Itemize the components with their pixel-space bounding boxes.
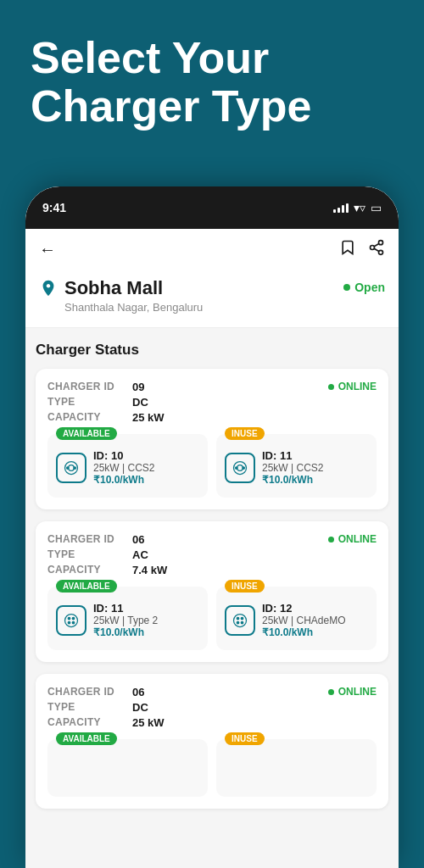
connector-card-2b[interactable]: INUSE ID: 12 25kW | CHAdeMO ₹10.0/kWh	[216, 587, 377, 650]
battery-icon: ▭	[371, 201, 382, 214]
svg-point-20	[241, 617, 243, 620]
type-label-3: TYPE	[47, 701, 132, 714]
capacity-label-3: CAPACITY	[47, 716, 132, 729]
charger-id-value-1: 09	[132, 381, 165, 393]
open-dot	[343, 284, 350, 291]
phone-frame: 9:41 ▾▿ ▭ ←	[25, 186, 399, 868]
connectors-row-3: AVAILABLE INUSE	[47, 739, 377, 797]
main-content: Charger Status CHARGER ID 09 TYPE DC CAP…	[25, 328, 399, 834]
connector-card-1a[interactable]: AVAILABLE ID: 10 25kW | CCS2 ₹10.0/kWh	[47, 434, 208, 498]
location-text: Sobha Mall Shanthala Nagar, Bengaluru	[64, 277, 203, 314]
connectors-row-1: AVAILABLE ID: 10 25kW | CCS2 ₹10.0/kWh	[47, 434, 377, 498]
connectors-row-2: AVAILABLE ID: 11 25kW | Type 2 ₹10.0/kWh	[47, 587, 377, 650]
connector-text-1b: ID: 11 25kW | CCS2 ₹10.0/kWh	[262, 449, 323, 486]
online-label-1: ONLINE	[338, 381, 377, 392]
online-dot-1	[328, 384, 334, 390]
svg-point-18	[234, 614, 247, 626]
online-badge-3: ONLINE	[328, 686, 377, 698]
svg-point-15	[72, 617, 75, 620]
online-badge-2: ONLINE	[328, 533, 377, 545]
connector-text-2a: ID: 11 25kW | Type 2 ₹10.0/kWh	[93, 602, 158, 638]
connector-card-1b[interactable]: INUSE ID: 11 25kW | CCS2 ₹10.0/kWh	[216, 434, 377, 498]
charger-id-value-2: 06	[132, 533, 167, 546]
wifi-icon: ▾▿	[354, 201, 365, 214]
share-button[interactable]	[368, 239, 385, 260]
hero-title: Select Your Charger Type	[31, 34, 393, 131]
svg-line-3	[374, 248, 379, 251]
svg-point-22	[241, 621, 243, 624]
connector-text-1a: ID: 10 25kW | CCS2 ₹10.0/kWh	[93, 449, 154, 486]
charger-info-row-2: CHARGER ID 06 TYPE AC CAPACITY 7.4 kW ON…	[47, 533, 377, 576]
type-value-2: AC	[132, 548, 167, 561]
connector-icon-1b	[225, 453, 255, 483]
status-pill-available-3a: AVAILABLE	[56, 732, 117, 745]
svg-point-13	[65, 614, 78, 626]
capacity-value-3: 25 kW	[132, 716, 165, 729]
bookmark-button[interactable]	[339, 239, 356, 260]
connector-icon-2b	[225, 605, 255, 636]
connector-price-2a: ₹10.0/kWh	[93, 626, 158, 638]
connector-spec-1b: 25kW | CCS2	[262, 462, 323, 474]
nav-actions	[339, 239, 385, 260]
charger-info-table-1: CHARGER ID 09 TYPE DC CAPACITY 25 kW	[47, 381, 165, 424]
status-pill-inuse-2b: INUSE	[225, 580, 265, 593]
capacity-label-1: CAPACITY	[47, 411, 132, 424]
connector-partial-3b	[225, 754, 368, 788]
type-value-3: DC	[132, 701, 165, 714]
app-content: ← Sobha Mall Shanthala Nagar, Bengaluru	[25, 229, 399, 868]
location-header: Sobha Mall Shanthala Nagar, Bengaluru Op…	[25, 270, 399, 328]
online-dot-2	[328, 537, 334, 542]
connector-card-3a[interactable]: AVAILABLE	[47, 739, 208, 797]
nav-bar: ←	[25, 229, 399, 270]
connector-price-1b: ₹10.0/kWh	[262, 474, 323, 486]
connector-card-2a[interactable]: AVAILABLE ID: 11 25kW | Type 2 ₹10.0/kWh	[47, 587, 208, 650]
svg-point-16	[68, 621, 70, 624]
capacity-value-2: 7.4 kW	[132, 564, 167, 576]
connector-price-1a: ₹10.0/kWh	[93, 474, 154, 486]
charger-group-3: CHARGER ID 06 TYPE DC CAPACITY 25 kW ONL…	[36, 674, 388, 809]
svg-point-7	[67, 466, 70, 469]
online-dot-3	[328, 689, 334, 695]
online-label-3: ONLINE	[338, 686, 377, 698]
connector-header-2b: ID: 12 25kW | CHAdeMO ₹10.0/kWh	[225, 602, 368, 638]
connector-spec-2b: 25kW | CHAdeMO	[262, 615, 345, 626]
type-label-2: TYPE	[47, 548, 132, 561]
svg-point-0	[379, 241, 383, 245]
charger-id-value-3: 06	[132, 686, 165, 698]
status-pill-inuse-3b: INUSE	[225, 732, 265, 745]
status-pill-inuse-1b: INUSE	[225, 427, 265, 440]
charger-group-1: CHARGER ID 09 TYPE DC CAPACITY 25 kW ONL…	[36, 369, 388, 509]
status-pill-available-2a: AVAILABLE	[56, 580, 117, 593]
connector-header-2a: ID: 11 25kW | Type 2 ₹10.0/kWh	[56, 602, 199, 638]
location-name: Sobha Mall	[64, 277, 203, 299]
location-address: Shanthala Nagar, Bengaluru	[64, 301, 203, 314]
svg-point-19	[237, 617, 239, 620]
charger-info-row-1: CHARGER ID 09 TYPE DC CAPACITY 25 kW ONL…	[47, 381, 377, 424]
connector-id-2b: ID: 12	[262, 602, 345, 615]
charger-group-2: CHARGER ID 06 TYPE AC CAPACITY 7.4 kW ON…	[36, 521, 388, 662]
capacity-label-2: CAPACITY	[47, 564, 132, 576]
svg-line-4	[374, 243, 379, 246]
status-icons: ▾▿ ▭	[333, 201, 382, 214]
connector-icon-2a	[56, 605, 86, 636]
section-title: Charger Status	[36, 342, 388, 359]
status-bar: 9:41 ▾▿ ▭	[25, 186, 399, 229]
charger-info-table-3: CHARGER ID 06 TYPE DC CAPACITY 25 kW	[47, 686, 165, 729]
connector-header-1b: ID: 11 25kW | CCS2 ₹10.0/kWh	[225, 449, 368, 486]
svg-point-11	[236, 466, 238, 469]
connector-spec-1a: 25kW | CCS2	[93, 462, 154, 474]
signal-icon	[333, 203, 349, 213]
connector-id-1a: ID: 10	[93, 449, 154, 462]
back-button[interactable]: ←	[39, 240, 56, 259]
online-badge-1: ONLINE	[328, 381, 377, 392]
charger-id-label-2: CHARGER ID	[47, 533, 132, 546]
svg-point-14	[68, 617, 70, 620]
connector-header-1a: ID: 10 25kW | CCS2 ₹10.0/kWh	[56, 449, 199, 486]
charger-info-table-2: CHARGER ID 06 TYPE AC CAPACITY 7.4 kW	[47, 533, 167, 576]
type-label-1: TYPE	[47, 396, 132, 409]
connector-card-3b[interactable]: INUSE	[216, 739, 377, 797]
svg-point-17	[72, 621, 75, 624]
connector-price-2b: ₹10.0/kWh	[262, 626, 345, 638]
svg-point-8	[74, 466, 76, 469]
connector-spec-2a: 25kW | Type 2	[93, 615, 158, 626]
